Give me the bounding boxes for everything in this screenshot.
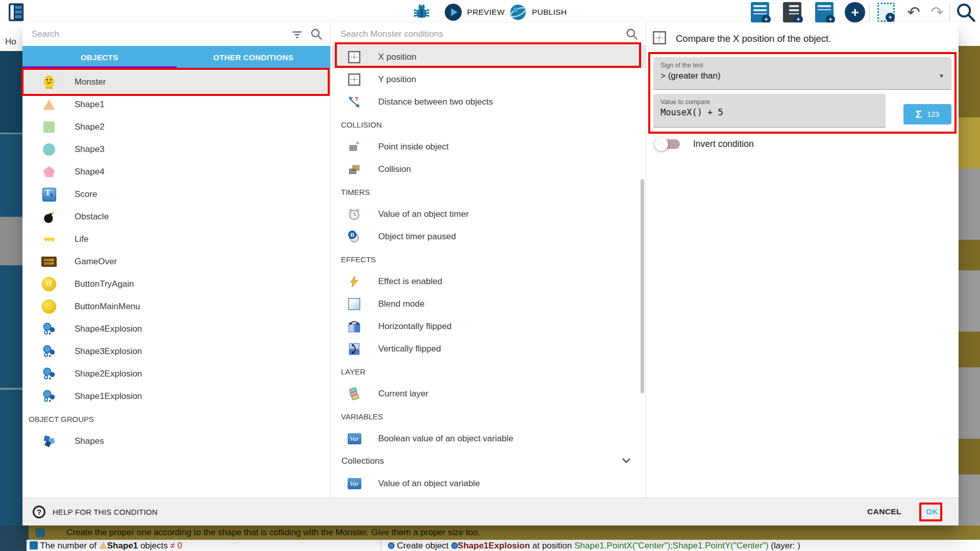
add-comment-icon: + bbox=[815, 2, 834, 22]
condition-row-current-layer[interactable]: Current layer bbox=[331, 383, 646, 405]
flip-vertical-icon bbox=[347, 341, 362, 357]
object-group-row-shapes[interactable]: Shapes bbox=[22, 430, 330, 453]
value-to-compare-input[interactable] bbox=[660, 107, 878, 117]
condition-row-boolean-variable[interactable]: Var Boolean value of an object variable bbox=[331, 428, 646, 450]
preview-button[interactable] bbox=[443, 2, 463, 22]
condition-row-variable-value[interactable]: Var Value of an object variable bbox=[331, 472, 646, 495]
condition-row-y-position[interactable]: Y position bbox=[331, 68, 646, 91]
toggle-knob[interactable] bbox=[654, 137, 668, 151]
condition-row-point-inside[interactable]: ++ Point inside object bbox=[331, 136, 646, 158]
object-row-shape1[interactable]: Shape1 bbox=[22, 93, 330, 116]
object-row-shape1explosion[interactable]: Shape1Explosion bbox=[22, 385, 330, 408]
sigma-icon: Σ bbox=[916, 108, 922, 120]
events-sheet-icon bbox=[6, 2, 27, 22]
search-events-button[interactable] bbox=[955, 2, 976, 22]
add-event-button[interactable]: + bbox=[750, 2, 770, 22]
filter-button[interactable] bbox=[290, 28, 304, 41]
dropdown-arrow-icon: ▾ bbox=[940, 71, 943, 80]
object-name: Shape3Explosion bbox=[75, 346, 142, 357]
condition-row-effect-enabled[interactable]: Effect is enabled bbox=[331, 270, 646, 293]
background-events-panel bbox=[0, 51, 22, 133]
object-name: Shape4 bbox=[75, 167, 105, 177]
condition-row-horizontally-flipped[interactable]: Horizontally flipped bbox=[331, 315, 646, 338]
scrollbar-thumb[interactable] bbox=[641, 179, 644, 393]
sign-of-test-dropdown[interactable]: Sign of the test > (greater than) ▾ bbox=[653, 57, 951, 90]
distance-icon: ? bbox=[347, 94, 362, 110]
yellow-restart-button-icon: ↺ bbox=[41, 277, 57, 292]
invert-condition-toggle[interactable] bbox=[656, 139, 680, 149]
condition-label: Boolean value of an object variable bbox=[378, 434, 513, 444]
invert-condition-label: Invert condition bbox=[693, 139, 754, 149]
object-name: Shape1 bbox=[75, 99, 105, 110]
teal-circle-icon bbox=[41, 142, 57, 157]
paste-button[interactable]: + bbox=[876, 2, 896, 22]
objects-panel: OBJECTS OTHER CONDITIONS Monster Shape1 bbox=[22, 22, 331, 497]
ok-button[interactable]: OK bbox=[926, 507, 938, 516]
add-more-events-button[interactable]: + bbox=[845, 2, 865, 22]
search-icon bbox=[625, 28, 639, 41]
add-comment-button[interactable]: + bbox=[814, 2, 835, 22]
blend-mode-icon bbox=[347, 296, 362, 312]
particle-icon bbox=[451, 542, 458, 549]
section-header-layer: LAYER bbox=[331, 360, 646, 383]
pink-pentagon-icon bbox=[41, 164, 57, 180]
event-icon bbox=[36, 528, 45, 537]
undo-button[interactable]: ↶ bbox=[903, 2, 924, 22]
add-subevent-button[interactable]: + bbox=[782, 2, 802, 22]
object-row-score[interactable]: Tx Score bbox=[22, 183, 330, 206]
condition-label: X position bbox=[378, 52, 416, 62]
expression-builder-button[interactable]: Σ 123 bbox=[903, 104, 951, 124]
action-icon bbox=[388, 542, 395, 549]
flip-horizontal-icon bbox=[347, 319, 362, 334]
value-to-compare-field: Value to compare bbox=[653, 94, 886, 128]
condition-title: Compare the X position of the object. bbox=[676, 33, 831, 44]
object-row-gameover[interactable]: GAMEOVER GameOver bbox=[22, 251, 330, 273]
background-event-row bbox=[959, 439, 980, 474]
background-event-row bbox=[959, 474, 980, 525]
object-row-shape4explosion[interactable]: Shape4Explosion bbox=[22, 318, 330, 340]
tab-objects[interactable]: OBJECTS bbox=[22, 46, 177, 68]
object-row-life[interactable]: ♥♥♥ Life bbox=[22, 228, 330, 251]
tab-other-conditions[interactable]: OTHER CONDITIONS bbox=[177, 46, 331, 68]
object-row-shape4[interactable]: Shape4 bbox=[22, 161, 330, 183]
object-row-buttonmainmenu[interactable]: ⌂ ButtonMainMenu bbox=[22, 295, 330, 318]
publish-button[interactable] bbox=[508, 2, 528, 22]
condition-row-x-position[interactable]: X position bbox=[331, 46, 646, 68]
conditions-search-input[interactable] bbox=[340, 29, 619, 39]
object-row-shape3[interactable]: Shape3 bbox=[22, 138, 330, 161]
condition-row-blend-mode[interactable]: Blend mode bbox=[331, 293, 646, 315]
condition-label: Blend mode bbox=[378, 299, 425, 309]
object-row-shape2explosion[interactable]: Shape2Explosion bbox=[22, 363, 330, 385]
help-icon: ? bbox=[33, 506, 45, 518]
object-name: Shape1Explosion bbox=[75, 391, 142, 402]
background-events-panel bbox=[0, 134, 22, 217]
objects-search-input[interactable] bbox=[32, 29, 284, 39]
condition-row-timer-value[interactable]: Value of an object timer bbox=[331, 203, 646, 226]
object-name: ButtonTryAgain bbox=[75, 279, 134, 289]
event-condition-text: The number of Shape1 objects ≠ 0 bbox=[30, 541, 182, 551]
preview-label[interactable]: PREVIEW bbox=[467, 8, 505, 17]
condition-row-vertically-flipped[interactable]: Vertically flipped bbox=[331, 338, 646, 360]
shape1-icon bbox=[99, 542, 107, 549]
debugger-button[interactable] bbox=[411, 2, 432, 22]
condition-group-collections[interactable]: Collections bbox=[331, 450, 646, 472]
condition-row-distance[interactable]: ? Distance between two objects bbox=[331, 91, 646, 113]
condition-row-timer-paused[interactable]: Object timer paused bbox=[331, 226, 646, 248]
condition-row-collision[interactable]: Collision bbox=[331, 158, 646, 181]
dialog-footer: ? HELP FOR THIS CONDITION CANCEL OK bbox=[22, 497, 959, 525]
object-row-monster[interactable]: Monster bbox=[22, 71, 330, 93]
redo-button[interactable]: ↷ bbox=[927, 2, 947, 22]
cancel-button[interactable]: CANCEL bbox=[867, 507, 901, 516]
condition-icon bbox=[30, 541, 38, 549]
point-inside-icon: ++ bbox=[347, 139, 362, 155]
object-row-obstacle[interactable]: Obstacle bbox=[22, 206, 330, 228]
object-row-shape3explosion[interactable]: Shape3Explosion bbox=[22, 340, 330, 363]
object-row-buttontryagain[interactable]: ↺ ButtonTryAgain bbox=[22, 273, 330, 295]
condition-label: Value of an object variable bbox=[378, 479, 480, 489]
object-row-shape2[interactable]: Shape2 bbox=[22, 116, 330, 138]
event-margin bbox=[0, 540, 27, 551]
help-for-condition-link[interactable]: ? HELP FOR THIS CONDITION bbox=[33, 506, 158, 518]
field-label: Sign of the test bbox=[660, 62, 944, 69]
chevron-down-icon[interactable] bbox=[620, 454, 632, 469]
publish-label[interactable]: PUBLISH bbox=[532, 8, 567, 17]
